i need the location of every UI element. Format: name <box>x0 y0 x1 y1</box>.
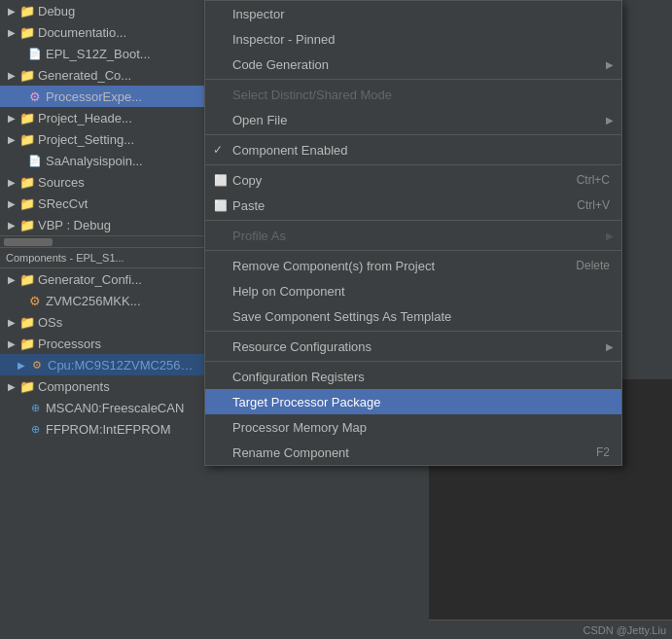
tree-label: Generator_Confi... <box>38 272 142 287</box>
menu-label: Open File <box>232 113 610 127</box>
menu-item-inspector-pinned[interactable]: Inspector - Pinned <box>205 26 621 52</box>
tree-label: Components <box>38 379 110 394</box>
menu-label: Target Processor Package <box>232 395 610 409</box>
tree-item-mscan0[interactable]: ⊕ MSCAN0:FreescaleCAN <box>0 397 204 418</box>
copy-icon: ⬜ <box>213 172 229 188</box>
tree-item-epl[interactable]: 📄 EPL_S12Z_Boot... <box>0 43 204 64</box>
menu-item-inspector[interactable]: Inspector <box>205 1 621 26</box>
menu-item-config-registers[interactable]: Configuration Registers <box>205 364 621 389</box>
menu-item-code-generation[interactable]: Code Generation ▶ <box>205 52 621 77</box>
submenu-arrow: ▶ <box>606 59 614 70</box>
tree-item-project-setting[interactable]: ▶ 📁 Project_Setting... <box>0 128 204 150</box>
submenu-arrow: ▶ <box>606 341 614 352</box>
tree-item-sources[interactable]: ▶ 📁 Sources <box>0 171 204 193</box>
check-mark-icon: ✓ <box>213 143 223 157</box>
tree-label: FFPROM:IntEFPROM <box>46 422 171 437</box>
tree-label: Generated_Co... <box>38 68 131 83</box>
bottom-section-header: Components - EPL_S1... <box>0 247 204 268</box>
tree-label: Cpu:MC9S12ZVMC256MKK <box>48 358 200 373</box>
menu-label: Help on Component <box>232 284 610 299</box>
bottom-section-label: Components - EPL_S1... <box>6 252 124 264</box>
expand-arrow: ▶ <box>8 198 19 209</box>
menu-label: Component Enabled <box>232 143 610 158</box>
menu-item-help-component[interactable]: Help on Component <box>205 278 621 303</box>
attribution-label: CSDN @Jetty.Liu <box>583 624 666 636</box>
tree-item-project-header[interactable]: ▶ 📁 Project_Heade... <box>0 107 204 128</box>
tree-label: SaAnalysispoin... <box>46 154 143 168</box>
menu-separator-3 <box>205 164 621 165</box>
cpu-icon: ⚙ <box>29 357 45 373</box>
tree-item-zvmc[interactable]: ⚙ ZVMC256MKK... <box>0 290 204 311</box>
component2-icon: ⊕ <box>27 421 43 437</box>
menu-label: Select Distinct/Shared Mode <box>232 88 610 102</box>
expand-arrow: ▶ <box>8 220 19 231</box>
menu-label: Processor Memory Map <box>232 420 610 435</box>
right-panel-attribution: CSDN @Jetty.Liu <box>429 620 672 639</box>
menu-label: Inspector <box>232 7 610 21</box>
menu-item-component-enabled[interactable]: ✓ Component Enabled <box>205 137 621 162</box>
folder-icon: 📁 <box>19 195 35 211</box>
tree-item-ffprom[interactable]: ⊕ FFPROM:IntEFPROM <box>0 418 204 440</box>
menu-item-save-template[interactable]: Save Component Settings As Template <box>205 303 621 329</box>
tree-label: ProcessorExpe... <box>46 89 142 104</box>
expand-arrow: ▶ <box>18 360 29 371</box>
menu-label: Configuration Registers <box>232 370 610 384</box>
menu-item-rename-component[interactable]: Rename Component F2 <box>205 440 621 465</box>
folder-icon: 📁 <box>19 67 35 83</box>
menu-item-processor-memory[interactable]: Processor Memory Map <box>205 414 621 440</box>
expand-arrow: ▶ <box>8 70 19 81</box>
left-panel: ▶ 📁 Debug ▶ 📁 Documentatio... 📄 EPL_S12Z… <box>0 0 204 639</box>
menu-label: Copy <box>232 173 557 188</box>
tree-item-sreccvt[interactable]: ▶ 📁 SRecCvt <box>0 193 204 214</box>
tree-item-components[interactable]: ▶ 📁 Components <box>0 375 204 397</box>
folder-icon: 📁 <box>19 217 35 232</box>
expand-arrow: ▶ <box>8 317 19 328</box>
tree-item-sa[interactable]: 📄 SaAnalysispoin... <box>0 150 204 171</box>
menu-label: Remove Component(s) from Project <box>232 259 556 273</box>
paste-icon: ⬜ <box>213 197 229 213</box>
component-icon: ⚙ <box>27 293 43 308</box>
submenu-arrow: ▶ <box>606 115 614 125</box>
submenu-arrow: ▶ <box>606 231 614 241</box>
menu-separator-2 <box>205 134 621 135</box>
tree-label: EPL_S12Z_Boot... <box>46 47 151 61</box>
menu-item-select-mode: Select Distinct/Shared Mode <box>205 82 621 107</box>
menu-item-paste[interactable]: ⬜ Paste Ctrl+V <box>205 193 621 218</box>
menu-label: Code Generation <box>232 57 610 72</box>
menu-label: Inspector - Pinned <box>232 32 610 47</box>
tree-label: Sources <box>38 175 85 190</box>
tree-label: SRecCvt <box>38 196 88 211</box>
shortcut-label: F2 <box>596 445 610 459</box>
context-menu: Inspector Inspector - Pinned Code Genera… <box>204 0 622 466</box>
tree-item-processors[interactable]: ▶ 📁 Processors <box>0 333 204 354</box>
folder-icon: 📁 <box>19 3 35 18</box>
folder-icon: 📁 <box>19 271 35 287</box>
folder-icon: 📁 <box>19 110 35 125</box>
tree-item-processorexpe[interactable]: ⚙ ProcessorExpe... <box>0 86 204 107</box>
scrollbar-thumb[interactable] <box>4 238 53 246</box>
tree-item-documentation[interactable]: ▶ 📁 Documentatio... <box>0 21 204 43</box>
menu-item-target-processor[interactable]: Target Processor Package <box>205 389 621 414</box>
top-scrollbar[interactable] <box>0 235 204 247</box>
tree-item-generator[interactable]: ▶ 📁 Generator_Confi... <box>0 268 204 290</box>
menu-item-open-file[interactable]: Open File ▶ <box>205 107 621 132</box>
expand-arrow: ▶ <box>8 134 19 145</box>
tree-item-oss[interactable]: ▶ 📁 OSs <box>0 311 204 333</box>
expand-arrow: ▶ <box>8 113 19 124</box>
menu-item-resource-config[interactable]: Resource Configurations ▶ <box>205 334 621 359</box>
tree-label: ZVMC256MKK... <box>46 294 141 308</box>
expand-arrow: ▶ <box>8 381 19 392</box>
bottom-tree-section: ▶ 📁 Generator_Confi... ⚙ ZVMC256MKK... ▶… <box>0 268 204 440</box>
tree-item-debug[interactable]: ▶ 📁 Debug <box>0 0 204 21</box>
tree-item-generated[interactable]: ▶ 📁 Generated_Co... <box>0 64 204 86</box>
menu-item-remove-component[interactable]: Remove Component(s) from Project Delete <box>205 253 621 278</box>
folder-icon: 📁 <box>19 336 35 351</box>
tree-item-cpu[interactable]: ▶ ⚙ Cpu:MC9S12ZVMC256MKK <box>0 354 204 375</box>
tree-label: Debug <box>38 4 75 18</box>
menu-label: Paste <box>232 198 557 213</box>
menu-item-copy[interactable]: ⬜ Copy Ctrl+C <box>205 167 621 193</box>
top-tree-section: ▶ 📁 Debug ▶ 📁 Documentatio... 📄 EPL_S12Z… <box>0 0 204 235</box>
file-icon: 📄 <box>27 153 43 168</box>
tree-item-vbp[interactable]: ▶ 📁 VBP : Debug <box>0 214 204 235</box>
menu-label: Rename Component <box>232 445 577 460</box>
